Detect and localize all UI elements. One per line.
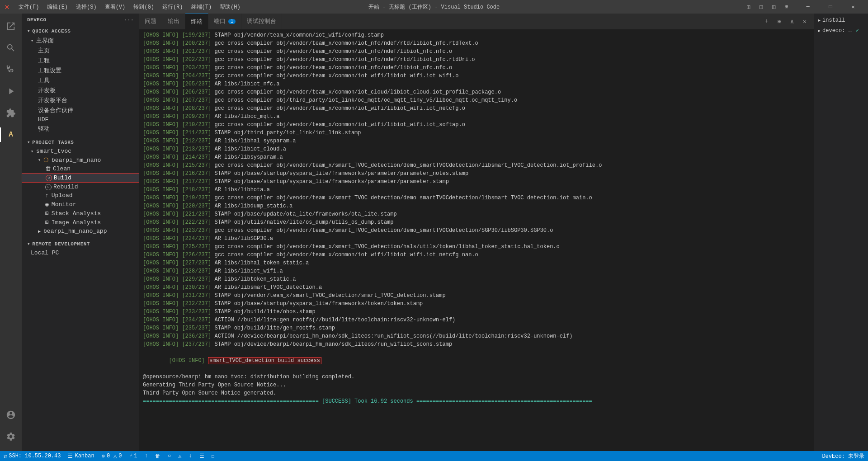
menu-terminal[interactable]: 终端(T) xyxy=(188,2,216,12)
sidebar-item-device-partner[interactable]: 设备合作伙伴 xyxy=(22,105,139,115)
quick-access-section[interactable]: ▾ QUICK ACCESS xyxy=(22,26,139,36)
sidebar-item-project[interactable]: 工程 xyxy=(22,56,139,66)
panel-close-button[interactable]: ✕ xyxy=(799,16,810,27)
terminal-line: [OHOS INFO] [213/237] AR libs/libiot_clo… xyxy=(143,145,810,153)
activity-account[interactable] xyxy=(0,404,22,426)
tab-terminal[interactable]: 终端 xyxy=(185,14,208,29)
sidebar-device-bearpi[interactable]: ▾ ⬡ bearpi_hm_nano xyxy=(22,155,139,165)
sidebar-task-image-analysis[interactable]: ⊞ Image Analysis xyxy=(22,218,139,227)
main-layout: A DEVECO ··· ▾ QUICK ACCESS ▾ 主界面 xyxy=(0,14,868,451)
circle-status-icon: ○ xyxy=(168,453,171,459)
terminal-line: [OHOS INFO] [230/237] AR libs/libsmart_T… xyxy=(143,283,810,292)
sidebar-task-rebuild[interactable]: ○ Rebuild xyxy=(22,183,139,191)
add-terminal-button[interactable]: + xyxy=(761,16,772,27)
activity-search[interactable] xyxy=(0,37,22,59)
sidebar-main-menu-caret: ▾ xyxy=(31,38,33,43)
terminal-output[interactable]: [OHOS INFO] [199/237] STAMP obj/vendor/t… xyxy=(139,29,814,451)
sidebar-task-build[interactable]: ○ Build xyxy=(22,173,139,183)
terminal-notice-2: Third Party Open Source Notice generated… xyxy=(143,389,810,397)
terminal-line: [OHOS INFO] [237/237] STAMP obj/device/b… xyxy=(143,340,810,348)
quick-access-caret: ▾ xyxy=(27,28,30,34)
terminal-line: [OHOS INFO] [212/237] AR libs/libhal_sys… xyxy=(143,137,810,145)
sidebar-item-devboard[interactable]: 开发板 xyxy=(22,85,139,95)
menu-file[interactable]: 文件(F) xyxy=(15,2,43,12)
activity-deveco[interactable]: A xyxy=(0,124,22,146)
status-deveco[interactable]: DevEco: 未登录 xyxy=(818,452,868,460)
deveco-check-icon: ✓ xyxy=(856,27,859,34)
tab-debug-console[interactable]: 调试控制台 xyxy=(241,14,282,29)
activity-scm[interactable] xyxy=(0,59,22,80)
status-list[interactable]: ☰ xyxy=(196,451,208,461)
title-bar-left: ✕ 文件(F) 编辑(E) 选择(S) 查看(V) 转到(G) 运行(R) 终端… xyxy=(5,2,244,12)
smart-tvoc-caret: ▾ xyxy=(31,149,33,154)
remote-dev-section[interactable]: ▾ REMOTE DEVELOPMENT xyxy=(22,239,139,249)
project-tasks-caret: ▾ xyxy=(27,139,30,145)
layout-panel-icon[interactable]: ◫ xyxy=(756,1,767,12)
sidebar-item-project-settings[interactable]: 工程设置 xyxy=(22,66,139,75)
status-sync[interactable]: ↑ xyxy=(141,451,151,461)
menu-select[interactable]: 选择(S) xyxy=(72,2,100,12)
status-download[interactable]: ↓ xyxy=(185,451,195,461)
status-branch[interactable]: ⑂ 1 xyxy=(126,451,141,461)
status-errors[interactable]: ⊗ 0 △ 0 xyxy=(98,451,126,461)
customize-layout-icon[interactable]: ⊞ xyxy=(781,1,792,12)
status-ssh[interactable]: ⇄ SSH: 10.55.20.43 xyxy=(0,451,64,461)
layout-sidebar-icon[interactable]: ◫ xyxy=(743,1,754,12)
menu-view[interactable]: 查看(V) xyxy=(101,2,129,12)
terminal-lines: [OHOS INFO] [199/237] STAMP obj/vendor/t… xyxy=(143,31,810,348)
sidebar-task-clean[interactable]: 🗑 Clean xyxy=(22,165,139,173)
activity-bottom xyxy=(0,404,22,451)
right-panel-deveco-icon: ▶ xyxy=(818,28,821,33)
activity-explorer[interactable] xyxy=(0,15,22,37)
menu-edit[interactable]: 编辑(E) xyxy=(43,2,71,12)
status-circle[interactable]: ○ xyxy=(164,451,175,461)
right-panel-install-icon: ▶ xyxy=(818,18,821,23)
sidebar-task-stack-analysis[interactable]: ⊞ Stack Analysis xyxy=(22,209,139,218)
sidebar-item-driver[interactable]: 驱动 xyxy=(22,124,139,134)
sidebar-main-menu[interactable]: ▾ 主界面 xyxy=(22,36,139,46)
sidebar-item-tools[interactable]: 工具 xyxy=(22,75,139,85)
status-trash[interactable]: 🗑 xyxy=(151,451,164,461)
activity-extensions[interactable] xyxy=(0,102,22,124)
status-box[interactable]: ☐ xyxy=(208,451,218,461)
close-button[interactable]: ✕ xyxy=(843,0,863,14)
sidebar-item-homepage[interactable]: 主页 xyxy=(22,46,139,56)
panel-up-button[interactable]: ∧ xyxy=(787,16,797,27)
list-icon: ☰ xyxy=(199,453,204,460)
maximize-button[interactable]: □ xyxy=(820,0,841,14)
minimize-button[interactable]: ─ xyxy=(797,0,818,14)
error-icon: ⊗ xyxy=(102,453,105,460)
sidebar-task-monitor[interactable]: ◉ Monitor xyxy=(22,200,139,209)
trash-icon: 🗑 xyxy=(45,165,51,172)
terminal-line: [OHOS INFO] [206/237] gcc cross compiler… xyxy=(143,88,810,96)
sidebar-project-smart-tvoc[interactable]: ▾ smart_tvoc xyxy=(22,147,139,155)
sidebar-menu-icon[interactable]: ··· xyxy=(124,17,134,23)
menu-help[interactable]: 帮助(H) xyxy=(216,2,244,12)
build-icon: ○ xyxy=(46,175,52,181)
terminal-line: [OHOS INFO] [228/237] AR libs/libiot_wif… xyxy=(143,267,810,275)
terminal-line: [OHOS INFO] [220/237] AR libs/libdump_st… xyxy=(143,202,810,210)
sidebar-local-pc[interactable]: Local PC xyxy=(22,249,139,257)
sidebar-item-devboard-platform[interactable]: 开发板平台 xyxy=(22,95,139,105)
layout-grid-icon[interactable]: ◫ xyxy=(769,1,779,12)
vscode-logo-icon: ✕ xyxy=(5,2,9,12)
status-alert[interactable]: ⚠ xyxy=(175,451,185,461)
menu-goto[interactable]: 转到(G) xyxy=(130,2,158,12)
status-kanban[interactable]: ☰ Kanban xyxy=(64,451,98,461)
activity-settings[interactable] xyxy=(0,426,22,447)
activity-run[interactable] xyxy=(0,80,22,102)
stack-analysis-icon: ⊞ xyxy=(45,210,49,217)
panel-layout-button[interactable]: ⊞ xyxy=(774,16,785,27)
ports-badge: 1 xyxy=(228,19,236,24)
tab-ports[interactable]: 端口 1 xyxy=(208,14,241,29)
sidebar-task-upload[interactable]: ↑ Upload xyxy=(22,191,139,200)
right-panel-install[interactable]: ▶ install xyxy=(814,15,868,25)
project-tasks-section[interactable]: ▾ PROJECT TASKS xyxy=(22,137,139,147)
right-panel-deveco[interactable]: ▶ deveco: ... ✓ xyxy=(814,25,868,36)
menu-run[interactable]: 运行(R) xyxy=(159,2,187,12)
tab-problems[interactable]: 问题 xyxy=(139,14,162,29)
sidebar-bearpi-app[interactable]: ▶ bearpi_hm_nano_app xyxy=(22,227,139,235)
tab-output[interactable]: 输出 xyxy=(162,14,185,29)
alert-icon: ⚠ xyxy=(178,453,181,460)
sidebar-item-hdf[interactable]: HDF xyxy=(22,115,139,124)
